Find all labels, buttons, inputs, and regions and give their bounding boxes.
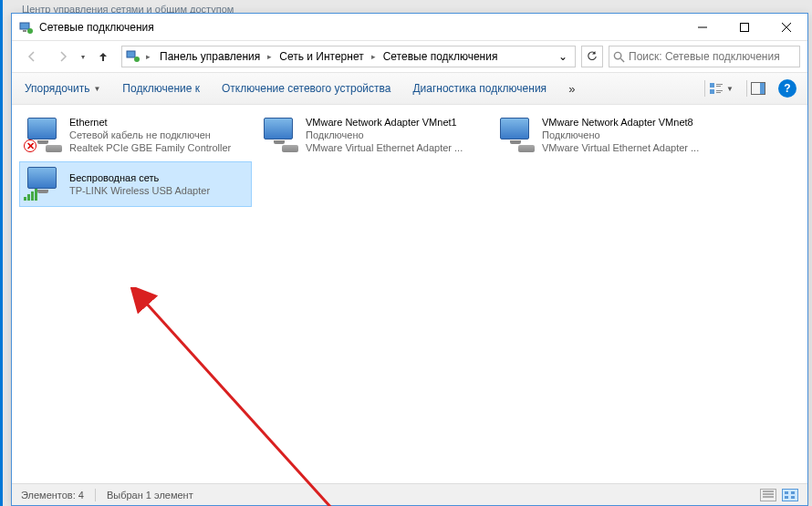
svg-rect-15	[716, 90, 723, 91]
svg-rect-25	[791, 491, 795, 494]
svg-rect-0	[20, 23, 29, 29]
details-layout-button[interactable]	[760, 489, 776, 501]
forward-button[interactable]	[50, 44, 76, 69]
network-location-icon	[126, 49, 141, 64]
refresh-button[interactable]	[581, 46, 603, 67]
status-bar: Элементов: 4 Выбран 1 элемент	[12, 483, 807, 505]
connection-item-vmnet8[interactable]: VMware Network Adapter VMnet8 Подключено…	[492, 112, 724, 158]
diagnose-button[interactable]: Диагностика подключения	[411, 78, 548, 98]
search-input[interactable]	[629, 50, 796, 63]
help-button[interactable]: ?	[778, 79, 796, 98]
maximize-button[interactable]	[724, 14, 765, 40]
chevron-down-icon: ▼	[726, 85, 734, 93]
up-button[interactable]	[90, 44, 116, 69]
network-icon	[19, 20, 34, 35]
connection-status: Сетевой кабель не подключен	[69, 129, 247, 141]
annotation-arrow	[130, 287, 386, 506]
connection-item-ethernet[interactable]: ✕ Ethernet Сетевой кабель не подключен R…	[19, 112, 252, 158]
svg-rect-26	[785, 496, 788, 499]
minimize-button[interactable]	[682, 14, 724, 40]
connection-device: VMware Virtual Ethernet Adapter ...	[306, 141, 484, 154]
chevron-right-icon[interactable]: ▸	[144, 52, 152, 61]
svg-rect-18	[760, 83, 765, 94]
chevron-right-icon: ▸	[370, 52, 378, 61]
svg-rect-14	[710, 89, 714, 94]
connection-device: VMware Virtual Ethernet Adapter ...	[542, 141, 720, 154]
main-window: Сетевые подключения ▾ ▸ Панель управлени…	[11, 13, 808, 506]
svg-rect-12	[716, 84, 723, 85]
search-box[interactable]	[609, 46, 800, 67]
address-dropdown-icon[interactable]: ⌄	[555, 50, 571, 63]
svg-rect-24	[785, 491, 788, 494]
chevron-right-icon: ▸	[265, 52, 274, 61]
view-options-button[interactable]: ▼	[704, 80, 737, 97]
connection-device: Realtek PCIe GBE Family Controller	[69, 141, 247, 154]
svg-rect-27	[791, 496, 795, 499]
disable-device-button[interactable]: Отключение сетевого устройства	[220, 78, 392, 98]
network-adapter-icon	[260, 116, 298, 154]
connection-name: Ethernet	[69, 116, 247, 129]
svg-rect-13	[716, 86, 721, 87]
svg-point-8	[134, 57, 140, 62]
connection-name: Беспроводная сеть	[69, 171, 247, 184]
breadcrumb-item[interactable]: Сеть и Интернет	[276, 50, 367, 63]
overflow-button[interactable]: »	[567, 78, 577, 99]
connection-item-vmnet1[interactable]: VMware Network Adapter VMnet1 Подключено…	[255, 112, 488, 158]
connection-name: VMware Network Adapter VMnet1	[306, 116, 484, 129]
tiles-layout-button[interactable]	[782, 489, 798, 501]
breadcrumb-item[interactable]: Панель управления	[156, 50, 264, 63]
address-bar[interactable]: ▸ Панель управления ▸ Сеть и Интернет ▸ …	[121, 46, 576, 67]
connection-item-wireless[interactable]: Беспроводная сеть TP-LINK Wireless USB A…	[19, 161, 252, 207]
svg-point-2	[27, 28, 33, 34]
command-bar: Упорядочить▼ Подключение к Отключение се…	[12, 73, 807, 105]
close-button[interactable]	[765, 14, 807, 40]
selection-count: Выбран 1 элемент	[107, 490, 193, 501]
titlebar[interactable]: Сетевые подключения	[12, 14, 807, 41]
svg-rect-4	[741, 23, 749, 31]
svg-rect-11	[710, 83, 714, 88]
tiles-view-icon	[709, 82, 724, 95]
svg-line-20	[144, 301, 359, 506]
window-title: Сетевые подключения	[39, 21, 682, 34]
navigation-bar: ▾ ▸ Панель управления ▸ Сеть и Интернет …	[12, 41, 807, 73]
connection-status: Подключено	[542, 129, 720, 141]
svg-rect-7	[127, 51, 135, 57]
connection-device: TP-LINK Wireless USB Adapter	[69, 184, 247, 197]
connect-to-button[interactable]: Подключение к	[120, 78, 202, 98]
breadcrumb: Панель управления ▸ Сеть и Интернет ▸ Се…	[156, 50, 501, 63]
connection-name: VMware Network Adapter VMnet8	[542, 116, 720, 129]
ethernet-icon: ✕	[24, 116, 62, 154]
pane-icon	[751, 82, 765, 95]
chevron-down-icon: ▼	[93, 85, 100, 93]
search-icon	[613, 51, 625, 63]
organize-menu[interactable]: Упорядочить▼	[23, 78, 102, 98]
content-area[interactable]: ✕ Ethernet Сетевой кабель не подключен R…	[12, 105, 807, 483]
svg-rect-1	[23, 30, 26, 32]
back-button[interactable]	[19, 44, 45, 69]
network-adapter-icon	[496, 116, 535, 154]
breadcrumb-item[interactable]: Сетевые подключения	[380, 50, 502, 63]
wireless-icon	[24, 165, 62, 203]
svg-rect-16	[716, 92, 721, 93]
history-dropdown-icon[interactable]: ▾	[81, 53, 85, 61]
connection-status: Подключено	[306, 129, 484, 141]
item-count: Элементов: 4	[21, 490, 84, 501]
svg-line-10	[620, 58, 624, 62]
preview-pane-button[interactable]	[746, 80, 769, 97]
svg-point-9	[614, 52, 620, 58]
